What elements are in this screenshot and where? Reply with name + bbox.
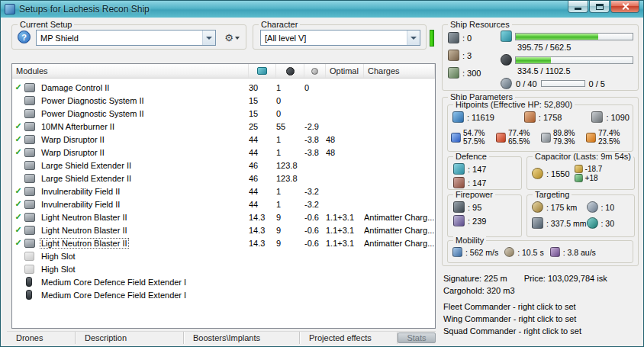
- scan-resolution-icon: [532, 217, 543, 229]
- thermal-resist-stat: 77.4%65.5%: [496, 129, 541, 146]
- cpu-bar: [515, 33, 633, 40]
- app-icon: [5, 4, 15, 14]
- tab-boosters-implants[interactable]: Boosters\Implants: [184, 332, 300, 344]
- module-cpu: 15: [249, 109, 276, 118]
- chevron-down-icon: [235, 37, 240, 40]
- module-name: Medium Core Defence Field Extender I: [40, 290, 249, 300]
- ship-parameters-group: Ship Parameters Hitpoints (Effective HP:…: [442, 97, 639, 266]
- module-cpu: 25: [249, 122, 276, 131]
- module-pg: 9: [276, 213, 304, 222]
- cpu-icon: [501, 31, 512, 42]
- module-row[interactable]: Power Diagnostic System II150: [12, 107, 435, 120]
- charges-column-header[interactable]: Charges: [364, 64, 435, 78]
- explosive-resist-stat: 77.4%23.5%: [586, 129, 631, 146]
- titlebar[interactable]: Setups for Lachesis Recon Ship: [1, 1, 643, 18]
- module-row[interactable]: ✓Damage Control II3010: [12, 81, 435, 94]
- modules-column-header[interactable]: Modules: [12, 64, 249, 78]
- powergrid-column-header[interactable]: [276, 64, 304, 78]
- turret-hardpoints-stat: : 0: [448, 32, 498, 43]
- minimize-button[interactable]: [568, 1, 588, 13]
- rig-icon: [26, 290, 32, 300]
- module-cap: -3.8: [304, 135, 326, 144]
- em-resist-icon: [451, 133, 461, 143]
- cap-drain-icon: [575, 165, 583, 173]
- optimal-column-header[interactable]: Optimal: [326, 64, 364, 78]
- module-row[interactable]: ✓Light Neutron Blaster II14.39-0.61.1+3.…: [12, 210, 435, 223]
- cpu-column-header[interactable]: [249, 64, 276, 78]
- character-select[interactable]: [All level V]: [260, 30, 420, 46]
- module-name: Large Shield Extender II: [40, 160, 249, 171]
- module-name: Invulnerability Field II: [40, 186, 249, 197]
- scan-resolution-stat: : 337.5 mm: [532, 217, 587, 229]
- capacitor-boost-stat: +18: [575, 174, 603, 182]
- volley-stat: : 239: [453, 215, 486, 227]
- align-time-icon: [504, 247, 514, 257]
- module-cap: -0.6: [304, 213, 326, 222]
- modules-list: ✓Damage Control II3010Power Diagnostic S…: [12, 79, 435, 301]
- module-row[interactable]: ✓Invulnerability Field II441-3.2: [12, 185, 435, 198]
- module-row[interactable]: Large Shield Extender II46123.8: [12, 159, 435, 172]
- tab-description[interactable]: Description: [76, 332, 184, 344]
- wing-commander-row[interactable]: Wing Commander - right click to set: [443, 313, 640, 325]
- turret-icon: [448, 32, 459, 43]
- module-row[interactable]: ✓10MN Afterburner II2555-2.9: [12, 120, 435, 133]
- module-row[interactable]: High Slot: [12, 249, 435, 262]
- character-group: Character [All level V]: [253, 24, 427, 50]
- module-row[interactable]: ✓Invulnerability Field II441-3.2: [12, 198, 435, 210]
- hull-hp-stat: : 1090: [591, 111, 630, 123]
- module-row[interactable]: High Slot: [12, 262, 435, 275]
- module-cpu: 44: [249, 200, 276, 209]
- app-window: Setups for Lachesis Recon Ship Current S…: [0, 0, 644, 347]
- module-pg: 1: [276, 83, 304, 92]
- capacitor-column-header[interactable]: [304, 64, 326, 78]
- bottom-tabs: DronesDescriptionBoosters\ImplantsProjec…: [7, 332, 398, 344]
- warp-speed-icon: [550, 247, 560, 257]
- module-name: Light Neutron Blaster II: [40, 225, 249, 236]
- help-button[interactable]: ?: [18, 31, 31, 43]
- max-targets-stat: : 10: [587, 201, 634, 213]
- chevron-down-icon[interactable]: [202, 31, 215, 45]
- setup-tools-button[interactable]: ⚙: [220, 30, 244, 46]
- module-row[interactable]: Medium Core Defence Field Extender I: [12, 275, 435, 288]
- close-button[interactable]: [610, 1, 639, 13]
- module-row[interactable]: Large Shield Extender II46123.8: [12, 172, 435, 185]
- hardpoints-column: : 0 : 3 : 300: [448, 32, 498, 85]
- module-cpu: 14.3: [249, 226, 276, 235]
- squad-commander-row[interactable]: Squad Commander - right click to set: [443, 325, 640, 337]
- module-row[interactable]: ✓Light Neutron Blaster II14.39-0.61.1+3.…: [12, 223, 435, 236]
- module-pg: 0: [276, 109, 304, 118]
- module-cpu: 44: [249, 135, 276, 144]
- module-row[interactable]: ✓Warp Disruptor II441-3.848: [12, 146, 435, 159]
- shield-recharge-stat: : 147: [453, 163, 486, 175]
- armor-repair-stat: : 147: [453, 177, 486, 188]
- module-icon: [24, 135, 35, 144]
- module-name: 10MN Afterburner II: [40, 121, 249, 132]
- armor-repair-icon: [453, 177, 465, 188]
- launcher-icon: [448, 50, 459, 61]
- stats-button[interactable]: Stats: [398, 333, 436, 343]
- module-row[interactable]: Power Diagnostic System II150: [12, 94, 435, 107]
- module-cap: -3.2: [304, 200, 326, 209]
- module-row[interactable]: ✓Light Neutron Blaster II14.39-0.61.1+3.…: [12, 236, 435, 249]
- rig-icon: [26, 277, 32, 287]
- tab-projected-effects[interactable]: Projected effects: [300, 332, 398, 344]
- module-cpu: 44: [249, 148, 276, 157]
- mobility-label: Mobility: [453, 236, 486, 245]
- module-row[interactable]: Medium Core Defence Field Extender I: [12, 288, 435, 301]
- fleet-commander-row[interactable]: Fleet Commander - right click to set: [443, 300, 640, 313]
- module-optimal: 1.1+3.1: [326, 239, 364, 248]
- setup-select[interactable]: MP Shield: [36, 30, 216, 46]
- module-cap: -2.9: [304, 122, 326, 131]
- maximize-button[interactable]: [589, 1, 610, 13]
- tab-drones[interactable]: Drones: [7, 332, 76, 344]
- volley-icon: [453, 215, 465, 227]
- module-row[interactable]: ✓Warp Disruptor II441-3.848: [12, 133, 435, 146]
- chevron-down-icon[interactable]: [407, 31, 420, 45]
- module-icon: [24, 213, 35, 222]
- module-charges: Antimatter Charg...: [364, 226, 435, 235]
- character-label: Character: [259, 20, 300, 29]
- drone-resources-row: 0 / 40 0 / 5: [501, 78, 633, 89]
- module-pg: 123.8: [276, 174, 304, 183]
- powergrid-usage-text: 334.5 / 1102.5: [517, 66, 633, 76]
- targeting-range-icon: [532, 201, 543, 213]
